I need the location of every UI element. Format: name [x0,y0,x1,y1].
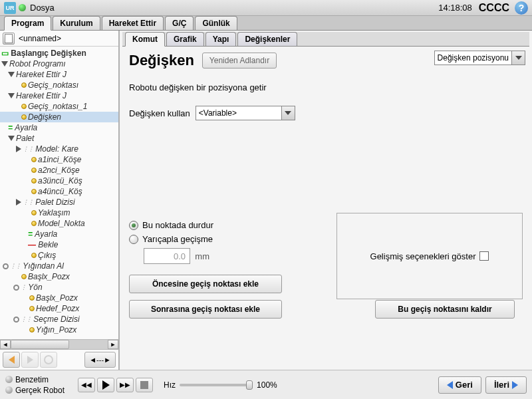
init-vars-icon: ▭ [1,48,9,59]
advanced-options-label: Gelişmiş seçenekleri göster [370,251,476,261]
tab-program[interactable]: Program [4,16,51,31]
tree-selected-item[interactable]: Değişken [0,112,118,122]
sim-mode-radio[interactable] [5,376,13,383]
pattern-icon: ⋮⋮ [23,144,33,154]
add-waypoint-before-button[interactable]: Öncesine geçiş noktası ekle [129,275,282,293]
blend-radius-label: Yarıçapla geçişme [142,234,213,244]
save-icon[interactable] [3,33,15,45]
subtab-command[interactable]: Komut [125,32,165,47]
waypoint-icon [29,295,35,301]
node-icon [3,263,9,269]
command-title: Değişken [129,52,194,69]
advanced-options-box: Gelişmiş seçenekleri göster [336,213,523,299]
add-waypoint-after-button[interactable]: Sonrasına geçiş noktası ekle [129,300,282,319]
remove-waypoint-button[interactable]: Bu geçiş noktasını kaldır [375,300,515,319]
target-button[interactable] [40,352,57,368]
speed-label: Hız [164,380,176,390]
blend-radius-unit: mm [195,251,209,261]
subtab-graphics[interactable]: Grafik [166,32,204,46]
expand-icon[interactable] [8,93,15,98]
next-button[interactable]: İleri [485,376,527,394]
set-icon: = [8,122,13,133]
footer: Benzetim Gerçek Robot Hız 100% Geri İler… [0,370,532,399]
file-bar: <unnamed> [0,31,118,47]
tab-move[interactable]: Hareket Ettir [102,16,164,30]
waypoint-icon [21,104,27,109]
step-back-button[interactable] [78,378,95,392]
blend-radius-input[interactable]: 0.0 [144,248,190,264]
back-button[interactable]: Geri [438,376,481,394]
chevron-down-icon[interactable] [282,106,295,120]
subtab-variables[interactable]: Değişkenler [237,32,297,46]
scroll-thumb[interactable] [11,340,69,349]
waypoint-icon [29,327,35,332]
arrow-right-icon [512,381,518,389]
tab-installation[interactable]: Kurulum [53,16,100,30]
tab-log[interactable]: Günlük [195,16,237,30]
expand-icon[interactable] [8,136,15,141]
stop-here-label: Bu noktada durdur [142,220,213,230]
program-tree[interactable]: ▭ Başlangıç Değişken Robot Programı Hare… [0,47,118,339]
chevron-down-icon[interactable] [512,51,525,65]
expand-icon[interactable] [1,61,8,66]
real-mode-radio[interactable] [5,386,13,394]
waypoint-icon [21,274,27,279]
tree-nav-row: ◄---► [0,350,118,370]
waypoint-icon [21,114,27,120]
waypoint-icon [31,157,37,162]
stop-button[interactable] [136,378,153,392]
play-button[interactable] [97,378,114,392]
step-forward-button[interactable] [116,378,134,392]
waypoint-icon [29,306,35,311]
undo-button[interactable] [3,352,20,368]
wait-icon: — [28,239,36,250]
help-icon[interactable]: ? [515,1,528,15]
scroll-left-button[interactable]: ◄ [0,340,11,349]
waypoint-icon [21,82,27,88]
rename-button[interactable]: Yeniden Adlandır [202,53,277,68]
collapse-icon[interactable] [16,199,21,205]
playback-controls [78,378,153,392]
arrow-left-icon [447,381,453,389]
program-filename: <unnamed> [19,34,61,43]
real-mode-label: Gerçek Robot [15,386,65,395]
waypoint-icon [31,210,37,215]
waypoint-icon [31,221,37,226]
speed-value: 100% [257,380,277,390]
set-icon: = [28,229,33,239]
waypoint-icon [31,189,37,194]
node-icon [13,317,19,323]
waypoint-icon [31,168,37,173]
clock: 14:18:08 [438,3,472,13]
main-tabs: Program Kurulum Hareket Ettir G/Ç Günlük [0,16,532,31]
window-title: Dosya [30,3,438,13]
waypoint-icon [31,178,37,184]
advanced-options-checkbox[interactable] [479,251,489,261]
waypoint-icon [31,253,37,258]
command-tabs: Komut Grafik Yapı Değişkenler [122,32,529,47]
subtab-structure[interactable]: Yapı [205,32,237,46]
program-tree-sidebar: <unnamed> ▭ Başlangıç Değişken Robot Pro… [0,31,120,370]
use-variable-label: Değişken kullan [129,108,190,118]
collapse-icon[interactable] [16,146,21,152]
node-icon [13,285,19,291]
speed-slider[interactable] [180,384,253,386]
waypoint-type-select[interactable]: Değişken pozisyonu [434,51,525,65]
command-description: Robotu değişken bir pozisyona getir [129,82,523,92]
blend-radius-radio[interactable] [129,235,138,244]
reorder-button[interactable]: ◄---► [84,352,116,368]
ur-logo: UR [4,2,16,14]
command-panel: Değişken pozisyonu Değişken Yeniden Adla… [120,47,532,370]
tab-io[interactable]: G/Ç [165,16,194,30]
expand-icon[interactable] [8,72,15,77]
speed-thumb[interactable] [246,380,253,390]
status-text: CCCC [479,2,509,14]
redo-button[interactable] [21,352,39,368]
stop-here-radio[interactable] [129,221,138,230]
sim-mode-label: Benzetim [15,375,49,384]
tree-scrollbar[interactable]: ◄ ► [0,339,118,350]
titlebar: UR Dosya 14:18:08 CCCC ? [0,0,532,16]
variable-select[interactable]: <Variable> [196,106,295,120]
scroll-right-button[interactable]: ► [108,340,118,349]
connection-status-icon [19,4,26,11]
